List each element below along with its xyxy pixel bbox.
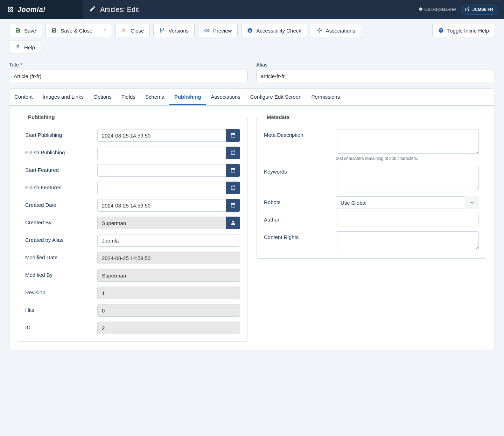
save-button[interactable]: Save xyxy=(9,24,42,37)
tab-configure[interactable]: Configure Edit Screen xyxy=(245,89,307,105)
tab-content[interactable]: Content xyxy=(9,89,38,105)
publishing-fieldset: Publishing Start Publishing Finish Publi… xyxy=(18,114,247,342)
meta-description-help: 300 characters remaining of 300 characte… xyxy=(336,156,479,161)
save-icon xyxy=(15,28,21,33)
save-close-dropdown[interactable] xyxy=(98,24,112,37)
start-featured-calendar-button[interactable] xyxy=(226,164,240,177)
created-date-input[interactable] xyxy=(97,199,226,212)
tab-schema[interactable]: Schema xyxy=(140,89,169,105)
calendar-icon xyxy=(230,132,236,139)
external-link-icon xyxy=(465,7,470,13)
svg-point-3 xyxy=(163,29,164,30)
svg-line-0 xyxy=(467,7,469,9)
metadata-legend: Metadata xyxy=(264,114,292,120)
joomla-mark-icon xyxy=(419,7,423,12)
content-rights-input[interactable] xyxy=(336,231,479,250)
publishing-legend: Publishing xyxy=(25,114,58,120)
joomla-logo-icon xyxy=(6,5,15,14)
toolbar-row-2: ? Help xyxy=(0,37,504,59)
version-badge[interactable]: 6.0.0-alpha1-dev xyxy=(419,7,456,12)
created-by-alias-label: Created by Alias xyxy=(25,234,92,243)
preview-button[interactable]: Preview xyxy=(198,24,238,37)
brand-name: Joomla! xyxy=(18,6,46,14)
id-label: ID xyxy=(25,322,92,330)
toggle-inline-help-button[interactable]: ? Toggle Inline Help xyxy=(432,24,495,37)
created-date-label: Created Date xyxy=(25,199,92,208)
accessibility-button[interactable]: Accessibility Check xyxy=(241,24,307,37)
site-link-pill[interactable]: JCMS6 FR xyxy=(461,5,498,15)
created-date-calendar-button[interactable] xyxy=(226,199,240,212)
save-icon xyxy=(51,28,57,33)
tabs-panel: Content Images and Links Options Fields … xyxy=(9,89,495,350)
tab-options[interactable]: Options xyxy=(89,89,117,105)
meta-description-label: Meta Description xyxy=(264,129,330,138)
modified-date-value: 2024-08-25 14:59:50 xyxy=(97,252,240,264)
help-button[interactable]: ? Help xyxy=(9,41,41,54)
question-circle-icon: ? xyxy=(438,28,444,33)
author-input[interactable] xyxy=(336,214,479,226)
calendar-icon xyxy=(230,185,236,191)
start-featured-input[interactable] xyxy=(97,164,226,177)
svg-point-2 xyxy=(160,31,161,33)
brand[interactable]: Joomla! xyxy=(0,0,83,19)
accessibility-icon xyxy=(247,28,253,33)
page-title-text: Articles: Edit xyxy=(100,6,139,14)
pencil-icon xyxy=(89,5,96,14)
finish-publishing-label: Finish Publishing xyxy=(25,147,92,155)
start-publishing-calendar-button[interactable] xyxy=(226,129,240,142)
branch-icon xyxy=(159,28,165,33)
save-close-group: Save & Close xyxy=(46,24,112,37)
start-featured-label: Start Featured xyxy=(25,164,92,173)
title-input[interactable] xyxy=(9,70,248,82)
chevron-down-icon xyxy=(103,28,107,34)
finish-featured-input[interactable] xyxy=(97,182,226,194)
hits-label: Hits xyxy=(25,304,92,313)
calendar-icon xyxy=(230,167,236,174)
tab-images-links[interactable]: Images and Links xyxy=(38,89,89,105)
author-label: Author xyxy=(264,214,330,223)
versions-button[interactable]: Versions xyxy=(153,24,195,37)
header-right: 6.0.0-alpha1-dev JCMS6 FR xyxy=(413,5,504,15)
finish-featured-calendar-button[interactable] xyxy=(226,182,240,194)
eye-icon xyxy=(204,28,210,33)
associations-button[interactable]: Associations xyxy=(311,24,361,37)
finish-featured-label: Finish Featured xyxy=(25,182,92,190)
created-by-user-button[interactable] xyxy=(226,217,240,229)
save-close-button[interactable]: Save & Close xyxy=(46,24,98,37)
modified-by-value: Superman xyxy=(97,269,240,282)
page-title: Articles: Edit xyxy=(83,5,413,14)
tab-associations[interactable]: Associations xyxy=(206,89,245,105)
revision-value: 1 xyxy=(97,287,240,299)
created-by-alias-input[interactable] xyxy=(97,234,240,247)
revision-label: Revision xyxy=(25,287,92,295)
modified-by-label: Modified By xyxy=(25,269,92,278)
finish-publishing-calendar-button[interactable] xyxy=(226,147,240,159)
tab-publishing[interactable]: Publishing xyxy=(169,89,206,105)
start-publishing-input[interactable] xyxy=(97,129,226,142)
close-icon xyxy=(121,28,127,33)
meta-description-input[interactable] xyxy=(336,129,479,154)
keywords-input[interactable] xyxy=(336,166,479,190)
toolbar: Save Save & Close Close Versions Preview xyxy=(0,19,504,37)
user-icon xyxy=(230,220,236,226)
finish-publishing-input[interactable] xyxy=(97,147,226,159)
associations-icon xyxy=(317,28,322,33)
tab-permissions[interactable]: Permissions xyxy=(307,89,345,105)
tab-body: Publishing Start Publishing Finish Publi… xyxy=(9,106,495,350)
robots-select[interactable]: Use Global xyxy=(336,196,479,209)
svg-point-1 xyxy=(160,29,161,30)
keywords-label: Keywords xyxy=(264,166,330,175)
calendar-icon xyxy=(230,150,236,156)
header-bar: Joomla! Articles: Edit 6.0.0-alpha1-dev … xyxy=(0,0,504,19)
alias-input[interactable] xyxy=(256,70,495,82)
robots-label: Robots xyxy=(264,196,330,205)
hits-value: 0 xyxy=(97,304,240,317)
close-button[interactable]: Close xyxy=(115,24,150,37)
tab-fields[interactable]: Fields xyxy=(117,89,140,105)
tabs: Content Images and Links Options Fields … xyxy=(9,89,495,106)
question-icon: ? xyxy=(15,44,21,50)
svg-point-6 xyxy=(250,29,250,30)
title-label: Title * xyxy=(9,62,248,68)
calendar-icon xyxy=(230,202,236,209)
content-rights-label: Content Rights xyxy=(264,231,330,240)
